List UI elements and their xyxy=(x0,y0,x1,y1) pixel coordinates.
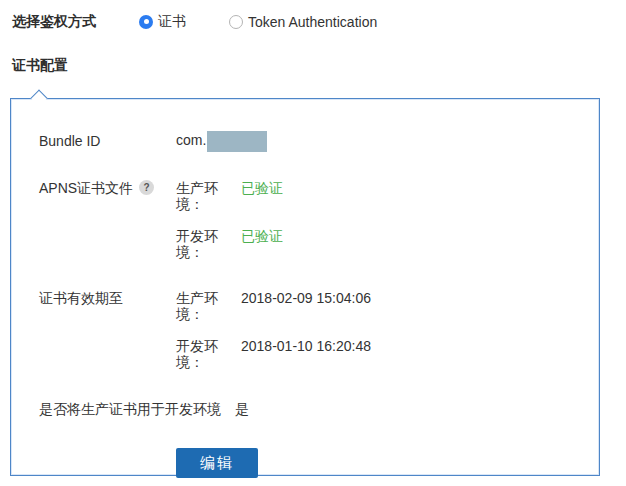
apns-prod-line: 生产环境： 已验证 xyxy=(176,180,283,212)
apns-cert-status-list: 生产环境： 已验证 开发环境： 已验证 xyxy=(176,180,283,260)
radio-dot xyxy=(144,19,149,24)
help-icon[interactable]: ? xyxy=(139,180,154,195)
validity-prod-line: 生产环境： 2018-02-09 15:04:06 xyxy=(176,290,371,322)
bundle-id-row: Bundle ID com. xyxy=(39,130,599,152)
validity-prod-date: 2018-02-09 15:04:06 xyxy=(241,290,371,322)
edit-button[interactable]: 编辑 xyxy=(176,448,258,478)
prod-cert-for-dev-row: 是否将生产证书用于开发环境 是 xyxy=(39,401,599,417)
prod-cert-for-dev-value: 是 xyxy=(235,401,249,417)
panel-caret xyxy=(31,90,48,107)
apns-dev-status: 已验证 xyxy=(241,228,283,260)
validity-label: 证书有效期至 xyxy=(39,290,176,370)
radio-unselected-icon[interactable] xyxy=(229,15,243,29)
validity-dev-line: 开发环境： 2018-01-10 16:20:48 xyxy=(176,338,371,370)
apns-cert-row: APNS证书文件 ? 生产环境： 已验证 开发环境： 已验证 xyxy=(39,180,599,260)
certificate-config-panel: Bundle ID com. APNS证书文件 ? 生产环境： 已验证 开发环境… xyxy=(10,98,600,476)
bundle-id-prefix: com. xyxy=(176,132,206,148)
validity-dev-env-label: 开发环境： xyxy=(176,338,241,370)
prod-cert-for-dev-label: 是否将生产证书用于开发环境 xyxy=(39,401,221,417)
validity-row: 证书有效期至 生产环境： 2018-02-09 15:04:06 开发环境： 2… xyxy=(39,290,599,370)
radio-selected-icon[interactable] xyxy=(139,15,153,29)
apns-dev-env-label: 开发环境： xyxy=(176,228,241,260)
bundle-id-redaction xyxy=(207,131,267,152)
bundle-id-value: com. xyxy=(176,131,267,152)
radio-option-token-authentication[interactable]: Token Authentication xyxy=(229,14,377,30)
section-title-certificate-config: 证书配置 xyxy=(12,57,626,75)
auth-method-label: 选择鉴权方式 xyxy=(12,13,139,31)
auth-method-row: 选择鉴权方式 证书 Token Authentication xyxy=(0,0,626,30)
apns-prod-env-label: 生产环境： xyxy=(176,180,241,212)
validity-dev-date: 2018-01-10 16:20:48 xyxy=(241,338,371,370)
radio-label-token-authentication[interactable]: Token Authentication xyxy=(248,14,377,30)
bundle-id-label: Bundle ID xyxy=(39,133,176,149)
apns-cert-label: APNS证书文件 xyxy=(39,180,133,196)
apns-cert-label-wrap: APNS证书文件 ? xyxy=(39,180,176,260)
radio-label-certificate[interactable]: 证书 xyxy=(158,13,186,31)
validity-prod-env-label: 生产环境： xyxy=(176,290,241,322)
apns-dev-line: 开发环境： 已验证 xyxy=(176,228,283,260)
validity-date-list: 生产环境： 2018-02-09 15:04:06 开发环境： 2018-01-… xyxy=(176,290,371,370)
apns-prod-status: 已验证 xyxy=(241,180,283,212)
radio-option-certificate[interactable]: 证书 xyxy=(139,13,186,31)
